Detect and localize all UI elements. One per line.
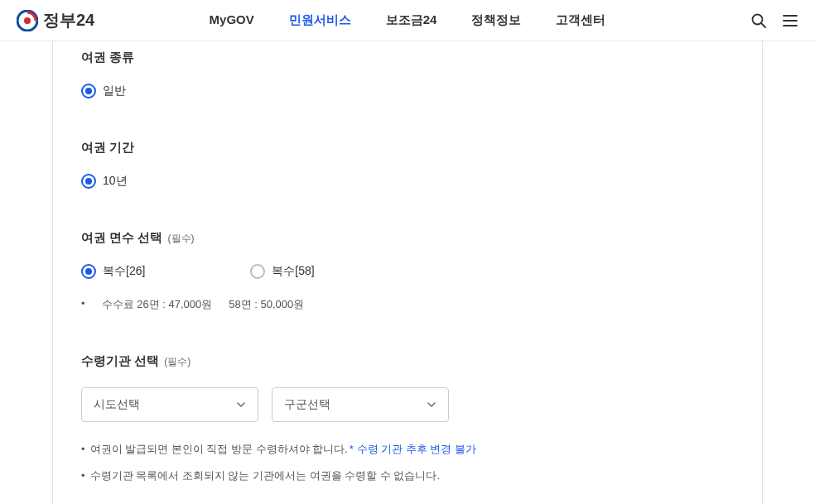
radio-icon: [81, 84, 96, 98]
chevron-down-icon: [236, 400, 246, 410]
radio-group-passport-period: 10년: [81, 174, 734, 189]
search-icon[interactable]: [750, 12, 767, 29]
menu-icon[interactable]: [782, 12, 798, 29]
title-passport-type: 여권 종류: [81, 50, 734, 65]
chevron-down-icon: [427, 400, 436, 410]
note-text: 여권이 발급되면 본인이 직접 방문 수령하셔야 합니다.: [90, 442, 348, 457]
title-text: 여권 면수 선택: [81, 230, 162, 244]
section-passport-pages: 여권 면수 선택 (필수) 복수[26] 복수[58] 수수료 26면 : 47…: [81, 230, 734, 312]
nav-policy-info[interactable]: 정책정보: [471, 12, 521, 28]
note-org-list: 수령기관 목록에서 조회되지 않는 기관에서는 여권을 수령할 수 없습니다.: [81, 468, 734, 483]
title-receive-org: 수령기관 선택 (필수): [81, 353, 734, 369]
radio-passport-type-general[interactable]: 일반: [81, 84, 126, 98]
section-receive-org: 수령기관 선택 (필수) 시도선택 구군선택 여권이 발급되: [81, 353, 734, 483]
radio-icon: [81, 264, 96, 279]
nav-civil-service[interactable]: 민원서비스: [289, 12, 351, 28]
radio-group-passport-pages: 복수[26] 복수[58]: [81, 264, 734, 279]
nav-subsidy24[interactable]: 보조금24: [386, 12, 437, 28]
select-label: 시도선택: [94, 397, 140, 412]
content-wrapper: 여권 종류 일반 여권 기간 10년 여권 면수 선택 (필수): [0, 41, 815, 504]
title-passport-period: 여권 기간: [81, 140, 734, 156]
logo[interactable]: 정부24: [17, 9, 94, 31]
section-passport-period: 여권 기간 10년: [81, 140, 734, 189]
radio-pages-58[interactable]: 복수[58]: [250, 264, 314, 279]
select-gugun[interactable]: 구군선택: [272, 387, 449, 422]
title-text: 수령기관 선택: [81, 353, 159, 367]
required-text: (필수): [164, 356, 190, 367]
fee-note-26: 수수료 26면 : 47,000원: [102, 297, 213, 312]
main-nav: MyGOV 민원서비스 보조금24 정책정보 고객센터: [210, 12, 606, 28]
fee-note: 수수료 26면 : 47,000원 58면 : 50,000원: [81, 297, 734, 312]
radio-label: 복수[26]: [103, 264, 145, 279]
title-passport-pages: 여권 면수 선택 (필수): [81, 230, 734, 246]
svg-line-3: [761, 23, 765, 27]
select-sido[interactable]: 시도선택: [81, 387, 258, 422]
top-header: 정부24 MyGOV 민원서비스 보조금24 정책정보 고객센터: [0, 0, 815, 41]
radio-icon: [81, 174, 96, 189]
section-passport-type: 여권 종류 일반: [81, 50, 734, 98]
note-text: 수령기관 목록에서 조회되지 않는 기관에서는 여권을 수령할 수 없습니다.: [90, 468, 441, 483]
logo-text: 정부24: [43, 9, 94, 31]
radio-group-passport-type: 일반: [81, 84, 734, 98]
select-label: 구군선택: [284, 397, 330, 412]
required-text: (필수): [168, 233, 195, 244]
form-card: 여권 종류 일반 여권 기간 10년 여권 면수 선택 (필수): [52, 41, 763, 504]
note-visit-person: 여권이 발급되면 본인이 직접 방문 수령하셔야 합니다. * 수령 기관 추후…: [81, 442, 734, 457]
select-row: 시도선택 구군선택: [81, 387, 734, 422]
nav-customer-center[interactable]: 고객센터: [556, 12, 605, 28]
note-warn: * 수령 기관 추후 변경 불가: [350, 442, 476, 457]
fee-note-58: 58면 : 50,000원: [229, 297, 304, 312]
radio-icon: [250, 264, 265, 279]
radio-label: 10년: [103, 174, 128, 189]
svg-point-1: [24, 17, 31, 24]
nav-mygov[interactable]: MyGOV: [210, 12, 254, 28]
radio-pages-26[interactable]: 복수[26]: [81, 264, 145, 279]
radio-label: 일반: [103, 84, 126, 98]
header-right: [750, 12, 798, 29]
radio-label: 복수[58]: [272, 264, 314, 279]
radio-passport-period-10y[interactable]: 10년: [81, 174, 128, 189]
logo-icon: [17, 10, 38, 31]
